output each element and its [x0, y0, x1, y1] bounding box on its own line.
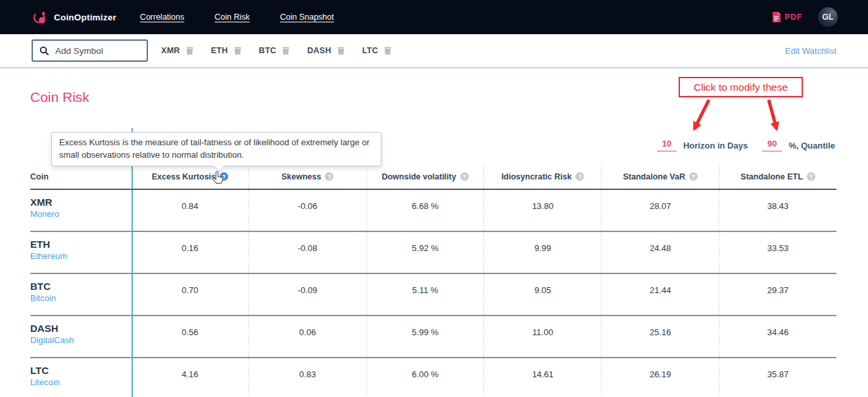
cell-standalone-var: 24.48 — [601, 232, 719, 273]
risk-parameters: Horizon in Days %, Quantile — [657, 139, 835, 152]
help-icon[interactable]: ? — [575, 172, 584, 181]
column-header-coin: Coin — [30, 164, 132, 189]
cell-standalone-var: 26.19 — [601, 358, 719, 397]
watchlist-item: DASH — [307, 46, 345, 55]
coin-cell[interactable]: LTC Litecoin — [30, 358, 132, 397]
remove-symbol-trash-icon[interactable] — [234, 47, 241, 55]
watchlist-symbol-label: DASH — [307, 46, 331, 55]
cell-standalone-etl: 34.46 — [719, 316, 836, 357]
annotation-arrows — [679, 99, 810, 138]
cell-idiosyncratic-risk: 11.00 — [483, 316, 601, 357]
coin-symbol: LTC — [30, 365, 132, 376]
brand[interactable]: CoinOptimizer — [32, 9, 116, 26]
table-row: ETH Ethereum 0.16 -0.08 5.92 % 9.99 24.4… — [30, 232, 836, 274]
remove-symbol-trash-icon[interactable] — [337, 47, 345, 55]
cell-standalone-var: 28.07 — [601, 190, 719, 231]
user-avatar[interactable]: GL — [818, 7, 838, 27]
pdf-file-icon — [772, 12, 781, 22]
coin-cell[interactable]: ETH Ethereum — [30, 232, 132, 273]
cell-excess-kurtosis: 0.84 — [132, 190, 249, 231]
watchlist-symbol-label: XMR — [161, 46, 180, 55]
cell-idiosyncratic-risk: 9.99 — [483, 232, 601, 273]
coin-name[interactable]: Litecoin — [30, 377, 132, 387]
cell-standalone-etl: 38.43 — [719, 190, 836, 231]
annotation-text: Click to modify these — [694, 82, 788, 93]
watchlist-item: LTC — [362, 46, 391, 55]
coin-name[interactable]: DigitalCash — [30, 335, 132, 345]
edit-watchlist-link[interactable]: Edit Watchlist — [785, 46, 836, 56]
main-content: Coin Risk Click to modify these Horizon … — [0, 68, 868, 397]
tooltip-text: Excess Kurtosis is the measure of tail-f… — [59, 137, 370, 160]
page-title: Coin Risk — [30, 89, 89, 105]
add-symbol-box[interactable] — [32, 39, 148, 62]
add-symbol-input[interactable] — [54, 45, 140, 57]
column-header-skewness: Skewness ? — [249, 164, 366, 189]
coin-symbol: ETH — [30, 239, 132, 250]
table-row: XMR Monero 0.84 -0.06 6.68 % 13.80 28.07… — [30, 190, 836, 232]
navbar-right: PDF GL — [772, 7, 838, 27]
table-header-row: Coin Excess Kurtosis ? Skewness ? Downsi… — [30, 164, 836, 190]
cell-skewness: -0.06 — [249, 190, 366, 231]
watchlist-bar: XMR ETH BTC DASH LTC — [0, 34, 868, 68]
cell-downside-volatility: 6.00 % — [366, 358, 484, 397]
column-header-downside-volatility: Downside volatility ? — [366, 164, 484, 189]
cell-downside-volatility: 5.11 % — [366, 274, 484, 315]
brand-name: CoinOptimizer — [54, 12, 116, 22]
table-row: DASH DigitalCash 0.56 0.06 5.99 % 11.00 … — [30, 316, 836, 358]
help-icon[interactable]: ? — [325, 172, 333, 181]
coin-cell[interactable]: DASH DigitalCash — [30, 316, 132, 357]
cell-standalone-var: 25.16 — [601, 316, 719, 357]
coin-symbol: DASH — [30, 323, 132, 334]
cell-skewness: -0.08 — [249, 232, 366, 273]
cell-standalone-var: 21.44 — [601, 274, 719, 315]
watchlist-item: XMR — [161, 46, 193, 55]
watchlist-symbol-label: LTC — [362, 46, 378, 55]
pdf-label: PDF — [784, 12, 802, 22]
remove-symbol-trash-icon[interactable] — [384, 47, 391, 55]
watchlist-item: ETH — [211, 46, 241, 55]
cell-excess-kurtosis: 4.16 — [132, 358, 249, 397]
column-header-idiosyncratic-risk: Idiosyncratic Risk ? — [483, 164, 601, 189]
watchlist-symbol-label: BTC — [259, 46, 277, 55]
column-header-excess-kurtosis: Excess Kurtosis ? — [132, 164, 249, 189]
nav-link-coin-snapshot[interactable]: Coin Snapshot — [280, 12, 334, 22]
excess-kurtosis-tooltip: Excess Kurtosis is the measure of tail-f… — [51, 132, 381, 166]
coin-cell[interactable]: XMR Monero — [30, 190, 132, 231]
coin-name[interactable]: Ethereum — [30, 251, 132, 261]
top-navbar: CoinOptimizer Correlations Coin Risk Coi… — [0, 0, 868, 34]
search-icon — [39, 46, 49, 55]
table-row: BTC Bitcoin 0.70 -0.09 5.11 % 9.05 21.44… — [30, 274, 836, 316]
cell-idiosyncratic-risk: 14.61 — [483, 358, 601, 397]
annotation-box: Click to modify these — [679, 77, 803, 97]
watchlist-symbols: XMR ETH BTC DASH LTC — [161, 46, 391, 55]
coin-cell[interactable]: BTC Bitcoin — [30, 274, 132, 315]
remove-symbol-trash-icon[interactable] — [186, 47, 193, 55]
help-icon[interactable]: ? — [689, 172, 698, 181]
help-icon[interactable]: ? — [807, 172, 815, 181]
quantile-input[interactable] — [762, 139, 782, 152]
coin-risk-table: Coin Excess Kurtosis ? Skewness ? Downsi… — [30, 164, 836, 397]
coinoptimizer-logo-icon — [32, 9, 48, 26]
column-header-standalone-var: Standalone VaR ? — [601, 164, 719, 189]
watchlist-item: BTC — [259, 46, 290, 55]
watchlist-symbol-label: ETH — [211, 46, 228, 55]
cell-downside-volatility: 5.99 % — [366, 316, 484, 357]
coin-symbol: BTC — [30, 281, 132, 292]
help-icon[interactable]: ? — [460, 172, 469, 181]
coin-name[interactable]: Bitcoin — [30, 293, 132, 303]
nav-link-correlations[interactable]: Correlations — [140, 12, 184, 22]
cell-standalone-etl: 33.53 — [719, 232, 836, 273]
pdf-export-button[interactable]: PDF — [772, 12, 802, 22]
coin-name[interactable]: Monero — [30, 209, 132, 219]
quantile-label: %, Quantile — [788, 141, 835, 151]
horizon-label: Horizon in Days — [683, 141, 748, 151]
remove-symbol-trash-icon[interactable] — [282, 47, 289, 55]
cell-skewness: 0.06 — [249, 316, 366, 357]
nav-link-coin-risk[interactable]: Coin Risk — [214, 12, 250, 22]
column-header-standalone-etl: Standalone ETL ? — [719, 164, 836, 189]
cell-excess-kurtosis: 0.16 — [132, 232, 249, 273]
cell-downside-volatility: 6.68 % — [366, 190, 484, 231]
avatar-initials: GL — [822, 12, 833, 22]
horizon-input[interactable] — [657, 139, 677, 152]
table-row: LTC Litecoin 4.16 0.83 6.00 % 14.61 26.1… — [30, 358, 836, 397]
